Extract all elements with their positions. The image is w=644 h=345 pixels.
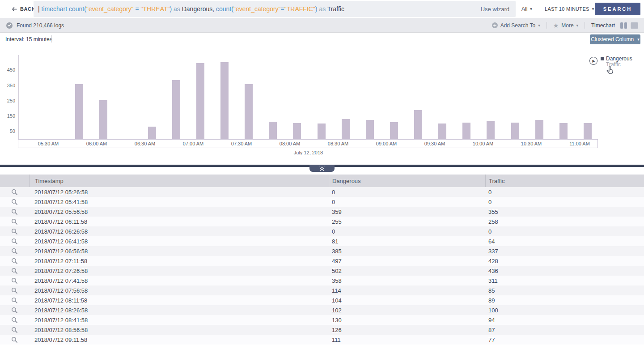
chart-bar[interactable]: [75, 84, 83, 139]
row-search-icon[interactable]: [0, 256, 29, 266]
cell-dangerous: 126: [329, 325, 485, 335]
collapse-handle[interactable]: [309, 165, 335, 172]
chart-bar[interactable]: [438, 124, 446, 139]
header-dangerous[interactable]: Dangerous: [329, 175, 485, 187]
chart-bar[interactable]: [99, 100, 107, 139]
query-input[interactable]: | timechart count("event_category" = "TH…: [34, 1, 516, 17]
table-row: 2018/07/12 08:56:5812687: [0, 325, 644, 335]
cell-traffic: 94: [485, 315, 644, 325]
cursor-hand-icon: [606, 66, 614, 75]
chart-bar[interactable]: [511, 123, 519, 139]
query-token: as: [318, 5, 327, 13]
chart-bar[interactable]: [342, 119, 350, 139]
legend-item-dangerous[interactable]: Dangerous: [601, 55, 632, 61]
chart-bar[interactable]: [414, 110, 422, 139]
query-token: =: [281, 5, 284, 13]
chart-bar[interactable]: [220, 62, 229, 139]
y-axis-tick-label: 50: [0, 128, 15, 134]
row-search-icon[interactable]: [0, 325, 29, 335]
header-timestamp[interactable]: Timestamp: [29, 175, 329, 187]
cell-traffic: 64: [485, 236, 644, 246]
row-search-icon[interactable]: [0, 226, 29, 236]
chart-type-dropdown[interactable]: Clustered Column ▾: [590, 34, 640, 44]
cell-dangerous: 358: [329, 276, 485, 285]
use-wizard-link[interactable]: Use wizard: [475, 6, 516, 13]
table-row: 2018/07/12 06:41:588164: [0, 236, 644, 246]
chart-bar[interactable]: [390, 122, 398, 139]
chart-bar[interactable]: [196, 63, 204, 139]
cell-dangerous: 81: [329, 236, 485, 246]
row-search-icon[interactable]: [0, 246, 29, 256]
scope-dropdown[interactable]: All ▾: [521, 0, 532, 18]
time-range-dropdown[interactable]: LAST 10 MINUTES ▾: [545, 0, 594, 18]
chart-bar[interactable]: [148, 127, 156, 139]
legend-swatch: [601, 57, 604, 60]
chart-bar[interactable]: [535, 120, 543, 139]
chart-bar[interactable]: [366, 120, 374, 139]
x-axis-strip[interactable]: 05:30 AM06:00 AM06:30 AM07:00 AM07:30 AM…: [18, 139, 598, 148]
cell-dangerous: 0: [329, 226, 485, 236]
more-button[interactable]: ★ More ▾: [547, 22, 585, 29]
cell-traffic: 311: [485, 276, 644, 285]
table-row: 2018/07/12 07:41:58358311: [0, 276, 644, 285]
y-axis-tick-label: 450: [0, 67, 15, 73]
cell-dangerous: 111: [329, 335, 485, 345]
header-traffic[interactable]: Traffic: [485, 175, 644, 187]
star-icon: ★: [553, 22, 559, 29]
add-search-to-button[interactable]: Add Search To ▾: [486, 22, 547, 29]
cell-traffic: 89: [485, 295, 644, 305]
chart-bar[interactable]: [584, 123, 592, 139]
row-search-icon[interactable]: [0, 335, 29, 345]
table-view-icon[interactable]: [630, 22, 639, 29]
row-search-icon[interactable]: [0, 207, 29, 217]
query-token: ,: [212, 5, 216, 13]
chart-bar[interactable]: [462, 123, 470, 139]
row-search-icon[interactable]: [0, 187, 29, 197]
table-header-row: Timestamp Dangerous Traffic: [0, 175, 644, 187]
back-button[interactable]: BACK: [12, 0, 35, 18]
row-search-icon[interactable]: [0, 285, 29, 295]
row-search-icon[interactable]: [0, 315, 29, 325]
chart-bar[interactable]: [487, 121, 495, 139]
query-token: count(: [69, 5, 86, 13]
chart-bar[interactable]: [269, 122, 277, 139]
x-axis-tick-label: 08:30 AM: [328, 141, 348, 146]
column-chart-view-icon[interactable]: [619, 22, 628, 29]
row-search-icon[interactable]: [0, 236, 29, 246]
chart-plot-area[interactable]: [18, 56, 599, 139]
chevron-down-icon: ▾: [576, 23, 579, 28]
chart-bar[interactable]: [245, 84, 253, 139]
search-button[interactable]: SEARCH: [595, 3, 640, 15]
cell-dangerous: 359: [329, 207, 485, 217]
query-token: "TRAFFIC": [284, 5, 315, 13]
cell-timestamp: 2018/07/12 07:56:58: [29, 285, 329, 295]
query-token: "event_category": [86, 5, 134, 13]
row-search-icon[interactable]: [0, 295, 29, 305]
cell-timestamp: 2018/07/12 08:56:58: [29, 325, 329, 335]
cell-timestamp: 2018/07/12 08:26:58: [29, 305, 329, 315]
query-token: timechart: [42, 5, 69, 13]
legend-item-traffic[interactable]: Traffic: [601, 61, 632, 67]
row-search-icon[interactable]: [0, 305, 29, 315]
query-token: Traffic: [327, 5, 344, 13]
row-search-icon[interactable]: [0, 276, 29, 285]
found-logs-label: Found 210,466 logs: [17, 22, 64, 29]
cell-timestamp: 2018/07/12 06:41:58: [29, 236, 329, 246]
cell-traffic: 355: [485, 207, 644, 217]
chart-bar[interactable]: [172, 80, 180, 139]
play-button[interactable]: ▶: [589, 57, 597, 65]
row-search-icon[interactable]: [0, 197, 29, 207]
cell-timestamp: 2018/07/12 06:11:58: [29, 217, 329, 226]
chart-bar[interactable]: [559, 123, 568, 139]
y-axis-tick-label: 250: [0, 98, 15, 104]
add-search-to-label: Add Search To: [500, 22, 536, 29]
query-token: "event_category": [233, 5, 281, 13]
row-search-icon[interactable]: [0, 217, 29, 226]
row-search-icon[interactable]: [0, 266, 29, 276]
table-row: 2018/07/12 05:26:5800: [0, 187, 644, 197]
cell-timestamp: 2018/07/12 08:11:58: [29, 295, 329, 305]
chart-bar[interactable]: [293, 123, 301, 139]
check-circle-icon: [6, 22, 13, 29]
table-body: 2018/07/12 05:26:58002018/07/12 05:41:58…: [0, 187, 644, 345]
chart-bar[interactable]: [318, 124, 326, 139]
